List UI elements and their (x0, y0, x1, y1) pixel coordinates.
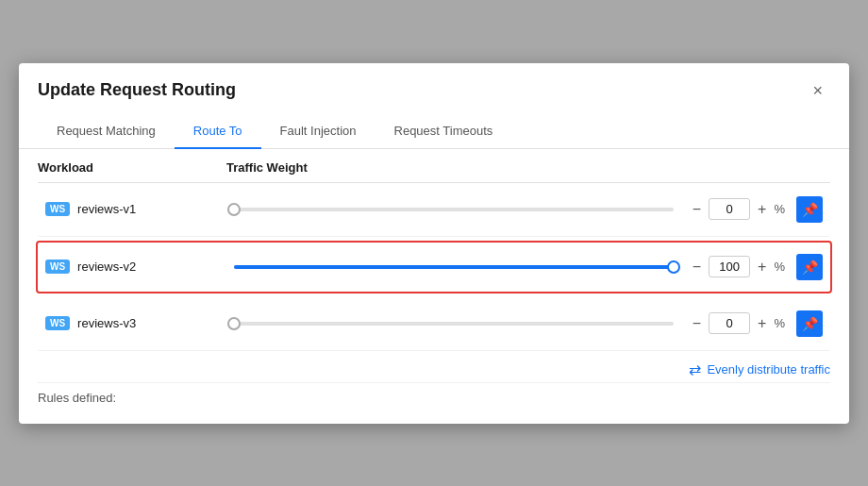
plus-btn-v2[interactable]: + (754, 258, 770, 277)
slider-cell-v2: − + % 📌 (234, 254, 823, 280)
slider-track-v3[interactable] (234, 322, 674, 326)
plus-btn-v3[interactable]: + (754, 314, 770, 333)
col-workload-header: Workload (38, 160, 226, 175)
controls-v1: − + % (689, 198, 785, 220)
tab-request-timeouts[interactable]: Request Timeouts (376, 114, 512, 149)
distribute-traffic-button[interactable]: ⇄ Evenly distribute traffic (689, 360, 830, 378)
table-row: WS reviews-v1 − + % 📌 (38, 183, 830, 237)
slider-track-v1[interactable] (234, 208, 674, 211)
slider-cell-v3: − + % 📌 (234, 310, 823, 337)
distribute-label: Evenly distribute traffic (707, 362, 830, 377)
tab-fault-injection[interactable]: Fault Injection (261, 114, 376, 149)
rules-label: Rules defined: (38, 391, 116, 405)
value-input-v2[interactable] (709, 256, 750, 277)
slider-thumb-v3[interactable] (227, 317, 241, 330)
rules-row: Rules defined: (38, 382, 830, 409)
pct-label-v3: % (774, 316, 785, 330)
controls-v3: − + % (689, 312, 785, 334)
slider-thumb-v2[interactable] (667, 260, 680, 274)
workload-cell-v2: WS reviews-v2 (45, 260, 234, 274)
pct-label-v2: % (774, 260, 785, 274)
value-input-v1[interactable] (709, 198, 750, 220)
minus-btn-v2[interactable]: − (689, 258, 705, 277)
distribute-icon: ⇄ (689, 360, 701, 378)
table-header: Workload Traffic Weight (38, 149, 830, 183)
table-row-v3: WS reviews-v3 − + % 📌 (38, 297, 830, 351)
modal-title: Update Request Routing (38, 80, 236, 100)
ws-badge-v1: WS (45, 202, 70, 216)
modal-header: Update Request Routing × (19, 63, 849, 103)
tab-request-matching[interactable]: Request Matching (38, 114, 175, 149)
modal-body: Workload Traffic Weight WS reviews-v1 − (19, 149, 849, 424)
slider-cell-v1: − + % 📌 (234, 196, 823, 223)
workload-cell-v1: WS reviews-v1 (45, 202, 234, 216)
slider-track-v2[interactable] (234, 265, 674, 269)
workload-name-v3: reviews-v3 (77, 316, 136, 330)
pct-label-v1: % (774, 202, 785, 216)
tab-route-to[interactable]: Route To (175, 114, 261, 149)
pin-btn-v2[interactable]: 📌 (796, 254, 823, 280)
table-row-highlighted: WS reviews-v2 − + % 📌 (36, 241, 832, 293)
ws-badge-v3: WS (45, 316, 70, 330)
minus-btn-v3[interactable]: − (689, 314, 705, 333)
workload-cell-v3: WS reviews-v3 (45, 316, 234, 330)
close-button[interactable]: × (805, 78, 830, 103)
col-traffic-header: Traffic Weight (226, 160, 830, 175)
plus-btn-v1[interactable]: + (754, 200, 770, 219)
value-input-v3[interactable] (709, 312, 750, 334)
workload-name-v1: reviews-v1 (77, 202, 136, 216)
slider-thumb-v1[interactable] (227, 203, 241, 216)
controls-v2: − + % (689, 256, 785, 277)
footer-row: ⇄ Evenly distribute traffic (38, 351, 830, 382)
pin-btn-v3[interactable]: 📌 (796, 310, 823, 337)
modal: Update Request Routing × Request Matchin… (19, 63, 849, 424)
slider-fill-v2 (234, 265, 674, 269)
workload-name-v2: reviews-v2 (77, 260, 136, 274)
minus-btn-v1[interactable]: − (689, 200, 705, 219)
tabs-bar: Request Matching Route To Fault Injectio… (19, 114, 849, 149)
pin-btn-v1[interactable]: 📌 (796, 196, 823, 223)
ws-badge-v2: WS (45, 260, 70, 274)
modal-overlay: Update Request Routing × Request Matchin… (0, 0, 868, 486)
